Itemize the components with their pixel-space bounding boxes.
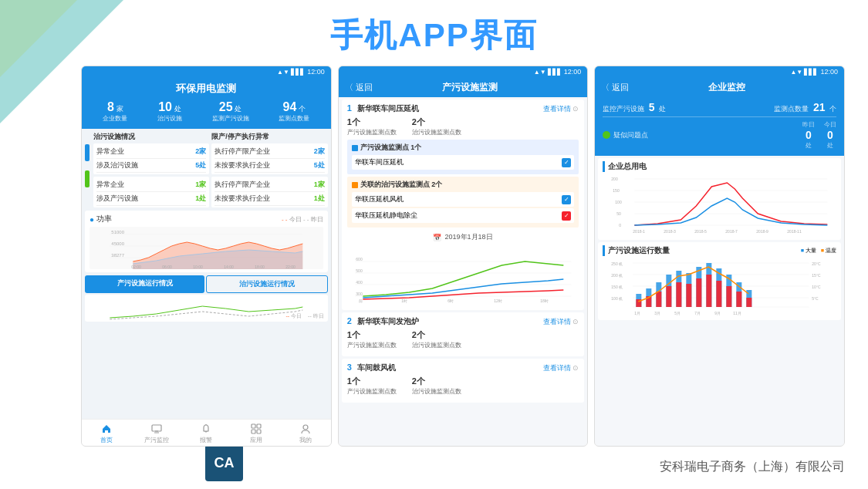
s1-stat-label-3: 监测点数量 (279, 114, 309, 123)
s2-item-1-name: 新华联车间压延机 (357, 104, 419, 113)
svg-rect-18 (252, 430, 255, 433)
svg-text:14:00: 14:00 (224, 265, 234, 269)
s2-status-time: 12:00 (564, 68, 582, 76)
s2-item-1-stat1: 1个 产污设施监测点数 (347, 116, 397, 137)
s1-row-1-2-label: 涉及治污设施 (96, 160, 138, 170)
s1-title: 环保用电监测 (88, 82, 325, 96)
s3-chart2-section: 产污设施运行数量 ■ 大量 ■ 温度 250 机 200 机 150 机 100… (598, 242, 841, 320)
s3-today: 今日 0 处 (824, 120, 836, 150)
svg-text:11月: 11月 (734, 311, 742, 315)
s1-body: 治污设施情况 限产/停产执行异常 异常企业 2家 涉及治污设施 5 (82, 129, 331, 419)
svg-text:100: 100 (616, 200, 623, 204)
s1-sections-wrapper: 治污设施情况 限产/停产执行异常 异常企业 2家 涉及治污设施 5 (85, 132, 328, 207)
svg-text:前: 前 (359, 298, 363, 303)
page-title: 手机APP界面 (0, 14, 868, 57)
company-name: 安科瑞电子商务（上海）有限公司 (660, 459, 845, 475)
s2-back-btn[interactable]: 〈 返回 (345, 82, 373, 93)
s1-col3-rows: 异常企业 1家 涉及产污设施 1处 (93, 177, 209, 207)
monitor-icon (150, 423, 163, 435)
s1-row-2-1-label: 执行停产限产企业 (214, 147, 270, 157)
svg-text:18时: 18时 (540, 298, 549, 303)
svg-text:1月: 1月 (635, 311, 641, 315)
s1-row-4-1: 执行停产限产企业 1家 (214, 178, 324, 192)
s1-row-1-1: 异常企业 2家 (96, 145, 206, 159)
s1-side-indicators (85, 144, 91, 207)
svg-rect-78 (667, 286, 672, 307)
home-icon (100, 423, 113, 435)
s2-title: 产污设施监测 (442, 81, 498, 94)
svg-rect-79 (677, 282, 682, 307)
s2-item-3-detail[interactable]: 查看详情 ⊙ (543, 363, 579, 373)
svg-text:38277: 38277 (111, 253, 124, 258)
s1-two-col-wrapper: 治污设施情况 限产/停产执行异常 异常企业 2家 涉及治污设施 5 (93, 132, 328, 207)
s3-chart1-area: 200 150 100 50 0 2018-1 2018-3 2018-5 2 (603, 175, 836, 237)
s1-nav-monitor[interactable]: 产污监控 (132, 423, 182, 444)
s2-checkbox-1[interactable]: ✓ (562, 158, 571, 167)
s3-yesterday-unit: 处 (802, 141, 815, 150)
svg-text:5月: 5月 (675, 311, 681, 315)
s1-row-1-1-label: 异常企业 (96, 147, 124, 157)
s3-today-label: 今日 (824, 120, 836, 129)
s2-item-2-name: 新华联车间发泡炉 (357, 317, 419, 325)
svg-text:18:00: 18:00 (255, 265, 265, 269)
s1-row-4-2: 未按要求执行企业 1处 (214, 192, 324, 206)
s1-bottom-nav: 首页 产污监控 报警 (82, 419, 331, 446)
phone-screen-1: ▲▼ ▋▋▋ 12:00 环保用电监测 8 家 企业数量 10 处 治污设施 2… (81, 66, 332, 447)
s1-stat-num-1: 10 (158, 100, 172, 113)
s1-legend-yesterday: 昨日 (311, 216, 323, 223)
s3-back-btn[interactable]: 〈 返回 (601, 82, 629, 93)
svg-text:45000: 45000 (111, 241, 124, 246)
s2-body: 1 新华联车间压延机 查看详情 ⊙ 1个 产污设施监测点数 2个 (339, 97, 588, 446)
s1-nav-home[interactable]: 首页 (82, 423, 132, 444)
s3-problem-row: 疑似问题点 昨日 0 处 今日 0 处 (603, 116, 836, 150)
s3-chart2-title: 产污设施运行数量 (603, 245, 670, 256)
s1-nav-app[interactable]: 应用 (231, 423, 282, 444)
s1-stats-row: 8 家 企业数量 10 处 治污设施 25 处 监测产污设施 94 个 (88, 99, 325, 124)
s2-item-3: 3 车间鼓风机 查看详情 ⊙ 1个 产污设施监测点数 2个 治污 (342, 359, 585, 403)
s1-row-2-1-val: 2家 (314, 147, 325, 157)
svg-rect-85 (737, 292, 742, 307)
s2-checkbox-2[interactable]: ✓ (562, 195, 571, 204)
svg-text:300: 300 (356, 292, 363, 296)
s2-item-2-detail[interactable]: 查看详情 ⊙ (543, 317, 579, 327)
svg-text:10°C: 10°C (812, 285, 822, 289)
s1-col2-rows: 执行停产限产企业 2家 未按要求执行企业 5处 (211, 143, 327, 174)
svg-text:2018-1: 2018-1 (633, 229, 646, 234)
s1-stat-1: 10 处 治污设施 (157, 100, 182, 123)
s2-checkbox-3[interactable]: ✓ (562, 211, 571, 221)
s1-nav-me[interactable]: 我的 (281, 423, 331, 444)
s2-item-1-detail[interactable]: 查看详情 ⊙ (543, 104, 579, 114)
s3-chart1-title: 企业总用电 (603, 161, 836, 172)
s1-tab-0[interactable]: 产污设施运行情况 (85, 275, 204, 293)
svg-text:20°C: 20°C (812, 261, 822, 266)
s1-power-chart: ● 功率 - - 今日 - - 昨日 51000 4 (85, 211, 328, 272)
s1-stat-num-3: 94 (283, 100, 297, 113)
s1-status-time: 12:00 (307, 68, 325, 76)
s1-top-section: 环保用电监测 8 家 企业数量 10 处 治污设施 25 处 监测产污设施 (82, 77, 331, 129)
svg-text:50: 50 (617, 211, 622, 216)
alarm-icon (200, 423, 212, 435)
svg-text:9月: 9月 (715, 311, 721, 315)
s1-tab-1[interactable]: 治污设施运行情况 (206, 275, 327, 293)
svg-text:2018-5: 2018-5 (695, 229, 708, 234)
s1-stat-unit-3: 个 (299, 105, 306, 113)
s1-row-3-1: 异常企业 1家 (96, 178, 206, 192)
s2-item-2-stats: 1个 产污设施监测点数 2个 治污设施监测点数 (347, 329, 579, 349)
s1-nav-alarm[interactable]: 报警 (181, 423, 231, 444)
s1-chart-label: 功率 (96, 214, 112, 224)
svg-text:1时: 1时 (401, 298, 407, 303)
s1-row-2-2: 未按要求执行企业 5处 (214, 159, 324, 173)
svg-rect-86 (747, 298, 752, 307)
svg-text:0: 0 (620, 223, 622, 228)
s1-nav-alarm-label: 报警 (200, 436, 212, 444)
s2-item-3-stats: 1个 产污设施监测点数 2个 治污设施监测点数 (347, 376, 579, 396)
svg-rect-84 (727, 286, 732, 307)
svg-text:51000: 51000 (111, 230, 124, 234)
svg-rect-19 (257, 430, 261, 433)
s1-stat-2: 25 处 监测产污设施 (212, 100, 249, 123)
s3-day-stats: 昨日 0 处 今日 0 处 (802, 120, 836, 150)
svg-rect-83 (717, 281, 722, 307)
s1-col4-rows: 执行停产限产企业 1家 未按要求执行企业 1处 (211, 177, 327, 207)
svg-text:7月: 7月 (695, 311, 701, 315)
s1-nav-app-label: 应用 (250, 436, 262, 444)
